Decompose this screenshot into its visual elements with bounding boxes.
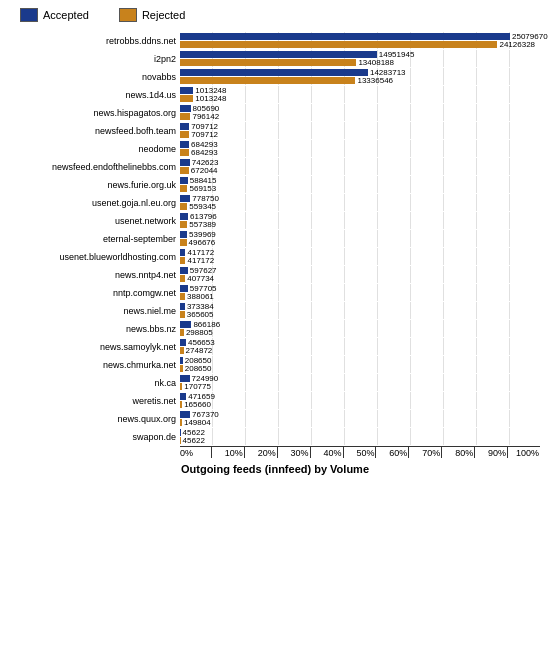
accepted-bar xyxy=(180,87,193,94)
accepted-value: 778750 xyxy=(192,195,219,202)
accepted-value: 866186 xyxy=(193,321,220,328)
accepted-bar xyxy=(180,195,190,202)
table-row: news.niel.me373384365605 xyxy=(10,302,540,319)
rejected-bar xyxy=(180,419,182,426)
accepted-bar xyxy=(180,357,183,364)
accepted-value: 25079670 xyxy=(512,33,548,40)
rejected-bar-row: 557389 xyxy=(180,221,540,228)
rejected-bar xyxy=(180,167,189,174)
accepted-value: 373384 xyxy=(187,303,214,310)
table-row: weretis.net471659165660 xyxy=(10,392,540,409)
row-plot: 456653274872 xyxy=(180,338,540,355)
rejected-bar-row: 365605 xyxy=(180,311,540,318)
rejected-bar xyxy=(180,329,184,336)
rejected-bar-row: 298805 xyxy=(180,329,540,336)
rejected-bar-row: 684293 xyxy=(180,149,540,156)
accepted-bar-row: 805690 xyxy=(180,105,540,112)
accepted-bar xyxy=(180,411,190,418)
accepted-bar-row: 539969 xyxy=(180,231,540,238)
row-label: news.hispagatos.org xyxy=(10,104,180,121)
accepted-value: 417172 xyxy=(187,249,214,256)
table-row: news.nntp4.net597627407734 xyxy=(10,266,540,283)
row-plot: 208650208650 xyxy=(180,356,540,373)
row-label: novabbs xyxy=(10,68,180,85)
accepted-bar xyxy=(180,51,377,58)
x-tick: 50% xyxy=(343,447,376,458)
row-label: news.bbs.nz xyxy=(10,320,180,337)
row-label: nk.ca xyxy=(10,374,180,391)
row-plot: 417172417172 xyxy=(180,248,540,265)
row-plot: 10132481013248 xyxy=(180,86,540,103)
row-label: neodome xyxy=(10,140,180,157)
legend-rejected-box xyxy=(119,8,137,22)
table-row: news.chmurka.net208650208650 xyxy=(10,356,540,373)
accepted-value: 597705 xyxy=(190,285,217,292)
rejected-bar-row: 170775 xyxy=(180,383,540,390)
rejected-bar xyxy=(180,401,182,408)
accepted-value: 471659 xyxy=(188,393,215,400)
row-plot: 742623672044 xyxy=(180,158,540,175)
row-label: news.1d4.us xyxy=(10,86,180,103)
rejected-value: 13408188 xyxy=(358,59,394,66)
rejected-bar xyxy=(180,203,187,210)
row-label: news.chmurka.net xyxy=(10,356,180,373)
accepted-bar xyxy=(180,303,185,310)
accepted-value: 684293 xyxy=(191,141,218,148)
accepted-bar-row: 208650 xyxy=(180,357,540,364)
table-row: newsfeed.endofthelinebbs.com742623672044 xyxy=(10,158,540,175)
row-plot: 597705388061 xyxy=(180,284,540,301)
row-label: news.quux.org xyxy=(10,410,180,427)
rejected-value: 149804 xyxy=(184,419,211,426)
table-row: newsfeed.bofh.team709712709712 xyxy=(10,122,540,139)
row-plot: 597627407734 xyxy=(180,266,540,283)
accepted-value: 45622 xyxy=(183,429,205,436)
row-plot: 778750559345 xyxy=(180,194,540,211)
row-label: usenet.blueworldhosting.com xyxy=(10,248,180,265)
row-label: nntp.comgw.net xyxy=(10,284,180,301)
rejected-value: 45622 xyxy=(183,437,205,444)
rejected-value: 13336546 xyxy=(357,77,393,84)
accepted-bar-row: 1013248 xyxy=(180,87,540,94)
table-row: nk.ca724990170775 xyxy=(10,374,540,391)
row-plot: 588415569153 xyxy=(180,176,540,193)
rejected-value: 24126328 xyxy=(499,41,535,48)
accepted-bar xyxy=(180,285,188,292)
rejected-bar xyxy=(180,41,497,48)
rejected-bar-row: 1013248 xyxy=(180,95,540,102)
x-tick: 80% xyxy=(441,447,474,458)
table-row: news.bbs.nz866186298805 xyxy=(10,320,540,337)
accepted-bar xyxy=(180,267,188,274)
rejected-value: 407734 xyxy=(187,275,214,282)
x-tick: 60% xyxy=(375,447,408,458)
rejected-bar xyxy=(180,221,187,228)
accepted-bar-row: 14283713 xyxy=(180,69,540,76)
accepted-value: 14283713 xyxy=(370,69,406,76)
rejected-value: 709712 xyxy=(191,131,218,138)
table-row: news.samoylyk.net456653274872 xyxy=(10,338,540,355)
table-row: news.1d4.us10132481013248 xyxy=(10,86,540,103)
accepted-bar xyxy=(180,339,186,346)
rejected-bar xyxy=(180,239,187,246)
rejected-bar xyxy=(180,311,185,318)
table-row: nntp.comgw.net597705388061 xyxy=(10,284,540,301)
accepted-bar xyxy=(180,123,189,130)
rejected-bar-row: 149804 xyxy=(180,419,540,426)
rejected-bar-row: 417172 xyxy=(180,257,540,264)
x-tick: 10% xyxy=(211,447,244,458)
table-row: i2pn21495194513408188 xyxy=(10,50,540,67)
table-row: swapon.de4562245622 xyxy=(10,428,540,445)
rejected-bar xyxy=(180,149,189,156)
rejected-value: 417172 xyxy=(187,257,214,264)
accepted-bar xyxy=(180,231,187,238)
row-label: retrobbs.ddns.net xyxy=(10,32,180,49)
accepted-bar-row: 597705 xyxy=(180,285,540,292)
row-plot: 724990170775 xyxy=(180,374,540,391)
row-label: news.niel.me xyxy=(10,302,180,319)
x-tick: 90% xyxy=(474,447,507,458)
rejected-value: 496676 xyxy=(189,239,216,246)
accepted-value: 724990 xyxy=(192,375,219,382)
row-plot: 373384365605 xyxy=(180,302,540,319)
rejected-bar-row: 709712 xyxy=(180,131,540,138)
row-label: newsfeed.bofh.team xyxy=(10,122,180,139)
rejected-bar-row: 13336546 xyxy=(180,77,540,84)
